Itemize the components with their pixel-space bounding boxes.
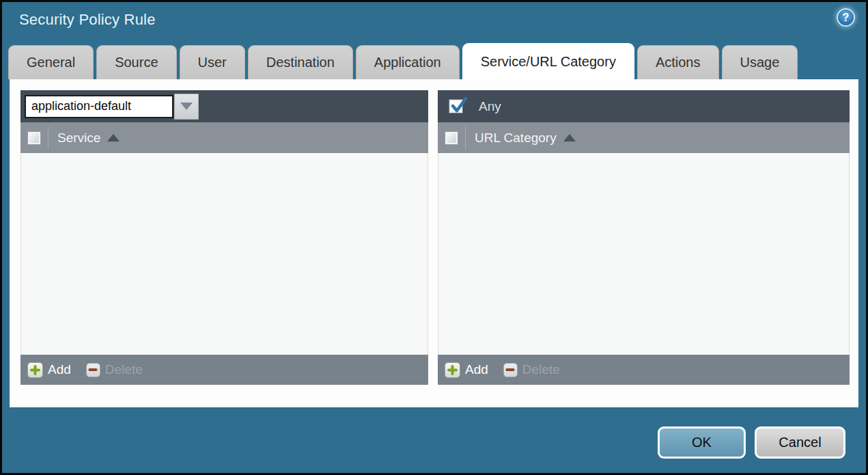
tab-general[interactable]: General [8,45,94,79]
service-select-all-cell [20,122,48,153]
url-category-any-bar: Any [438,90,850,122]
cancel-button[interactable]: Cancel [755,426,845,459]
sort-ascending-icon[interactable] [563,134,576,141]
service-column-header[interactable]: Service [57,131,100,146]
service-add-button[interactable]: Add [27,362,71,378]
any-checkbox-label[interactable]: Any [479,99,501,114]
any-checkbox[interactable] [449,100,462,113]
plus-icon [445,362,460,378]
tab-user[interactable]: User [180,45,245,79]
url-category-column-header[interactable]: URL Category [475,131,557,146]
any-checkbox-cell [442,90,469,122]
url-category-panel: Any URL Category Add [438,90,850,385]
url-category-select-all-checkbox[interactable] [445,132,458,144]
dialog-action-buttons: OK Cancel [658,426,845,459]
url-category-delete-button[interactable]: Delete [503,362,560,377]
url-category-table-body[interactable] [438,153,850,355]
service-type-dropdown [25,94,199,120]
url-category-select-all-cell [438,122,465,153]
sort-ascending-icon[interactable] [107,134,120,141]
service-table-body[interactable] [20,153,428,355]
url-category-add-button[interactable]: Add [445,362,488,378]
add-button-label: Add [48,362,71,377]
minus-icon [86,363,100,377]
tab-service-url-category[interactable]: Service/URL Category [462,43,634,79]
tab-content-panel: Service Add Delete [10,79,858,407]
delete-button-label: Delete [522,362,560,377]
url-category-table-footer: Add Delete [438,355,850,385]
ok-button[interactable]: OK [658,426,746,459]
tab-destination[interactable]: Destination [248,45,353,79]
help-icon[interactable]: ? [837,8,855,27]
delete-button-label: Delete [105,362,143,377]
service-table-header: Service [20,122,428,153]
tab-application[interactable]: Application [356,45,460,79]
add-button-label: Add [465,362,488,377]
tab-strip: General Source User Destination Applicat… [8,43,798,79]
minus-icon [503,363,518,377]
service-delete-button[interactable]: Delete [86,362,143,377]
service-select-all-checkbox[interactable] [28,132,40,144]
plus-icon [27,362,43,378]
service-table-footer: Add Delete [20,355,428,385]
service-toolbar [20,90,428,122]
service-type-dropdown-button[interactable] [174,94,199,120]
service-panel: Service Add Delete [20,90,428,385]
chevron-down-icon [180,103,193,110]
service-type-input[interactable] [25,95,173,118]
security-policy-rule-dialog: Security Policy Rule ? General Source Us… [0,0,868,475]
tab-source[interactable]: Source [96,45,176,79]
url-category-table-header: URL Category [438,122,850,153]
header-divider [465,126,466,149]
tab-usage[interactable]: Usage [722,45,798,79]
header-divider [48,126,48,149]
tab-actions[interactable]: Actions [637,45,719,79]
dialog-title: Security Policy Rule [19,11,156,29]
